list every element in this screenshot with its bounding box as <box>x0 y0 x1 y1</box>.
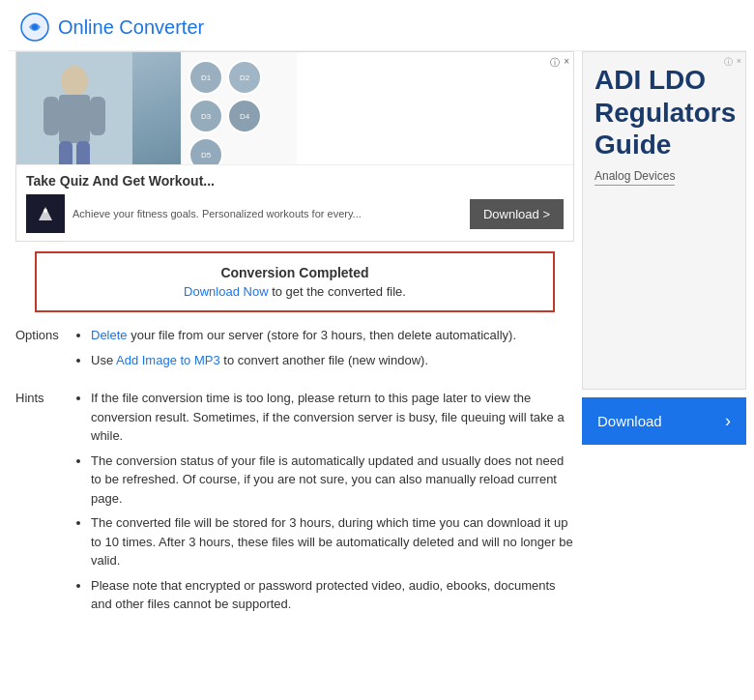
hints-row: Hints If the file conversion time is too… <box>15 389 574 620</box>
ad-quiz-description: Achieve your fitness goals. Personalized… <box>72 208 462 219</box>
options-section: Options Delete your file from our server… <box>15 326 574 375</box>
conversion-status-box: Conversion Completed Download Now to get… <box>35 251 555 312</box>
options-row: Options Delete your file from our server… <box>15 326 574 375</box>
ad-banner-top: ⓘ × <box>15 51 574 242</box>
conversion-subtitle: Download Now to get the converted file. <box>48 284 541 299</box>
site-logo <box>19 12 50 43</box>
svg-point-3 <box>61 66 88 97</box>
right-ad-close-icon[interactable]: × <box>737 56 741 69</box>
conversion-title: Conversion Completed <box>48 265 541 280</box>
hints-label: Hints <box>15 389 73 620</box>
list-item: The conversion status of your file is au… <box>91 452 574 509</box>
ad-logo <box>26 194 65 233</box>
delete-link[interactable]: Delete <box>91 328 128 342</box>
svg-rect-6 <box>90 97 105 135</box>
options-list: Delete your file from our server (store … <box>73 326 574 375</box>
right-sidebar: ⓘ × ADI LDO Regulators Guide Analog Devi… <box>582 51 746 633</box>
list-item: If the file conversion time is too long,… <box>91 389 574 446</box>
ad-download-button[interactable]: Download > <box>470 199 564 229</box>
right-download-chevron-icon: › <box>725 411 731 431</box>
ad-info-icon[interactable]: ⓘ <box>550 56 560 70</box>
hints-list: If the file conversion time is too long,… <box>73 389 574 620</box>
ad-close-controls[interactable]: ⓘ × <box>550 56 569 70</box>
list-item: Delete your file from our server (store … <box>91 326 574 345</box>
right-download-label: Download <box>597 413 662 429</box>
site-title: Online Converter <box>58 16 204 39</box>
list-item: Use Add Image to MP3 to convert another … <box>91 351 574 370</box>
ad-close-icon[interactable]: × <box>564 56 569 70</box>
right-ad-company: Analog Devices <box>594 169 675 186</box>
hints-section: Hints If the file conversion time is too… <box>15 389 574 620</box>
right-ad-banner: ⓘ × ADI LDO Regulators Guide Analog Devi… <box>582 51 746 390</box>
list-item: The converted file will be stored for 3 … <box>91 513 574 570</box>
list-item: Please note that encrypted or password p… <box>91 576 574 614</box>
header: Online Converter <box>8 4 746 51</box>
download-now-link[interactable]: Download Now <box>184 284 268 299</box>
svg-point-1 <box>32 24 38 30</box>
ad-quiz-title: Take Quiz And Get Workout... <box>26 173 564 189</box>
svg-rect-5 <box>44 97 59 135</box>
options-label: Options <box>15 326 73 375</box>
conversion-rest-text: to get the converted file. <box>269 284 406 299</box>
add-image-to-mp3-link[interactable]: Add Image to MP3 <box>116 353 220 367</box>
svg-rect-4 <box>59 95 90 143</box>
right-download-button[interactable]: Download › <box>582 397 746 445</box>
main-content: ⓘ × <box>8 51 582 633</box>
svg-point-9 <box>44 209 47 213</box>
right-ad-title: ADI LDO Regulators Guide <box>594 64 736 161</box>
